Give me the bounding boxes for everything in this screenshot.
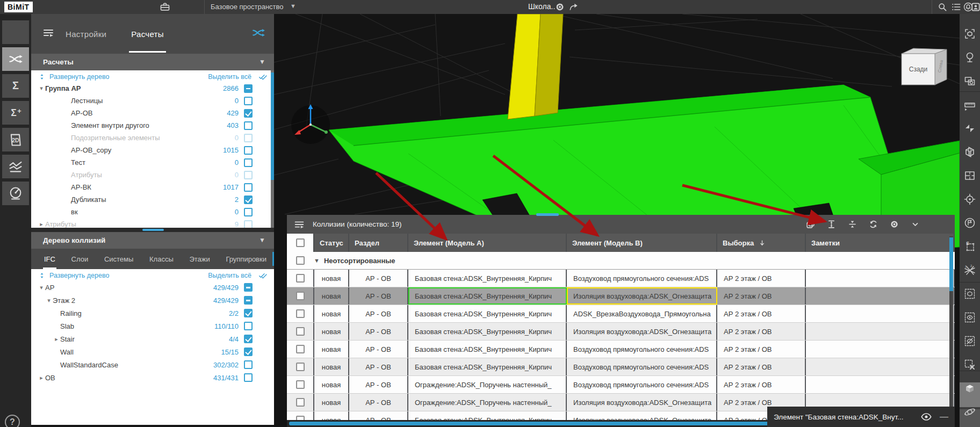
model-a-cell[interactable]: Базовая стена:ADSK_Внутренняя_Кирпич — [408, 305, 567, 322]
column-header-3[interactable]: Элемент (Модель A) — [408, 234, 567, 252]
row-checkbox[interactable] — [296, 292, 305, 300]
copy-icon[interactable] — [805, 219, 816, 229]
tree-item[interactable]: Элемент внутри другого403 — [31, 119, 274, 132]
tree-item-checkbox[interactable] — [244, 97, 253, 105]
model-b-cell[interactable]: Изоляция воздуховода:ADSK_Огнезащита — [567, 287, 717, 305]
collision-row[interactable]: новаяАР - ОВБазовая стена:ADSK_Внутрення… — [287, 305, 955, 323]
app-logo[interactable]: BiMiT — [4, 2, 33, 12]
list-icon[interactable] — [951, 2, 962, 12]
section-cell[interactable]: АР - ОВ — [349, 270, 408, 287]
model-b-cell[interactable]: Изоляция воздуховода:ADSK_Огнезащита — [567, 323, 717, 340]
notes-cell[interactable] — [806, 305, 955, 322]
tree-item[interactable]: АР-ВК1017 — [31, 181, 274, 193]
orbit-icon[interactable] — [963, 406, 976, 418]
clear-selection-icon[interactable] — [963, 358, 976, 371]
row-checkbox[interactable] — [296, 327, 305, 336]
tree-item[interactable]: ▾Группа АР2866 — [31, 82, 274, 95]
status-cell[interactable]: новая — [314, 411, 349, 420]
tree-item[interactable]: ▸ОВ431/431 — [31, 371, 274, 384]
model-b-cell[interactable]: Воздуховод прямоугольного сечения:ADS — [567, 341, 717, 358]
panel-menu-icon[interactable] — [42, 26, 55, 39]
selection-cell[interactable]: АР 2 этаж / ОВ — [717, 270, 806, 287]
tree-item-checkbox[interactable] — [244, 309, 253, 317]
rail-item-charts[interactable] — [2, 155, 29, 178]
select-all-checkbox[interactable] — [296, 238, 305, 247]
clash-shuffle-icon[interactable] — [250, 26, 266, 40]
status-cell[interactable]: новая — [314, 358, 349, 375]
row-checkbox[interactable] — [296, 363, 305, 371]
tree-item-checkbox[interactable] — [244, 171, 253, 179]
ruler-icon[interactable] — [963, 98, 976, 111]
tree-item[interactable]: Railing2/2 — [31, 307, 274, 320]
section-cell[interactable]: АР - ОВ — [349, 287, 408, 305]
tree-item[interactable]: вк0 — [31, 206, 274, 218]
section-cell[interactable]: АР - ОВ — [349, 305, 408, 322]
tab-Слои[interactable]: Слои — [70, 249, 90, 269]
nav-cube[interactable]: Сзади Слева — [902, 48, 947, 85]
expand-collapse-icon[interactable] — [39, 73, 45, 81]
status-cell[interactable]: новая — [314, 270, 349, 287]
tree-item-checkbox[interactable] — [244, 348, 253, 356]
cube-solid-icon[interactable] — [963, 382, 976, 395]
model-a-cell[interactable]: Базовая стена:ADSK_Внутренняя_Кирпич — [408, 270, 567, 287]
collision-tree-header[interactable]: Дерево коллизий ▼ — [31, 232, 274, 249]
collision-row[interactable]: новаяАР - ОВБазовая стена:ADSK_Внутрення… — [287, 323, 955, 341]
tree-item[interactable]: Wall15/15 — [31, 345, 274, 358]
tab-IFC[interactable]: IFC — [43, 249, 56, 269]
status-cell[interactable]: новая — [314, 341, 349, 358]
tab-Группировки[interactable]: Группировки — [225, 249, 268, 269]
tree-item[interactable]: АР-ОВ429 — [31, 107, 274, 119]
environment-tree-icon[interactable] — [963, 51, 976, 64]
selection-cell[interactable]: АР 2 этаж / ОВ — [717, 358, 806, 375]
tree-item-checkbox[interactable] — [244, 373, 253, 382]
collision-row[interactable]: новаяАР - ОВБазовая стена:ADSK_Внутрення… — [287, 358, 955, 376]
selection-cell[interactable]: АР 2 этаж / ОВ — [717, 323, 806, 340]
model-a-cell[interactable]: Ограждение:ADSK_Поручень настенный_ — [408, 376, 567, 393]
rail-item-clash-detection[interactable] — [2, 47, 29, 71]
tree-item[interactable]: АР-ОВ_copy1015 — [31, 144, 274, 156]
tab-Этажи[interactable]: Этажи — [188, 249, 211, 269]
gear-icon[interactable] — [554, 2, 565, 12]
tab-Настройки[interactable]: Настройки — [63, 16, 109, 53]
section-cell[interactable]: АР - ОВ — [349, 341, 408, 358]
expand-tree-link[interactable]: Развернуть дерево — [49, 272, 109, 279]
row-checkbox[interactable] — [296, 380, 305, 389]
selection-cell[interactable]: АР 2 этаж / ОВ — [717, 305, 806, 322]
model-b-cell[interactable]: Воздуховод прямоугольного сечения:ADS — [567, 358, 717, 375]
selection-cell[interactable]: АР 2 этаж / ОВ — [717, 376, 806, 393]
fit-height-icon[interactable] — [826, 219, 837, 229]
tab-Классы[interactable]: Классы — [148, 249, 175, 269]
status-cell[interactable]: новая — [314, 305, 349, 322]
isolate-selection-icon[interactable] — [963, 75, 976, 88]
collision-row[interactable]: новаяАР - ОВОграждение:ADSK_Поручень нас… — [287, 376, 955, 394]
rail-item-view-2d[interactable]: 2D — [2, 128, 29, 151]
eye-icon[interactable] — [920, 411, 932, 423]
double-check-icon[interactable] — [257, 271, 269, 280]
row-checkbox[interactable] — [296, 416, 305, 420]
section-box-icon[interactable] — [963, 146, 976, 158]
notes-cell[interactable] — [806, 341, 955, 358]
section-cell[interactable]: АР - ОВ — [349, 411, 408, 420]
tree-item[interactable]: ▸Stair4/4 — [31, 332, 274, 345]
rail-item-totals[interactable]: Σ — [2, 74, 29, 98]
tree-item-checkbox[interactable] — [244, 121, 253, 130]
expand-collapse-icon[interactable] — [39, 271, 45, 280]
tree-item[interactable]: ▸Атрибуты9 — [31, 218, 274, 228]
model-a-cell[interactable]: Базовая стена:ADSK_Внутренняя_Кирпич — [408, 411, 567, 420]
box-visibility-icon[interactable] — [963, 287, 976, 300]
tree-item[interactable]: Атрибуты0 — [31, 169, 274, 181]
panel-menu-icon[interactable] — [293, 219, 305, 230]
notes-cell[interactable] — [806, 376, 955, 393]
tree-item-checkbox[interactable] — [244, 335, 253, 343]
flag-icon[interactable] — [963, 216, 976, 229]
locate-icon[interactable] — [963, 193, 976, 206]
hide-elements-icon[interactable] — [963, 335, 976, 348]
sort-descending-icon[interactable] — [758, 239, 766, 247]
column-header-4[interactable]: Элемент (Модель B) — [567, 234, 717, 252]
row-checkbox[interactable] — [296, 345, 305, 353]
select-all-link[interactable]: Выделить всё — [208, 272, 251, 279]
tree-item-checkbox[interactable] — [244, 322, 253, 330]
collision-pair-icon[interactable]: 12 — [963, 264, 976, 277]
fit-view-icon[interactable] — [963, 27, 976, 40]
status-cell[interactable]: новая — [314, 394, 349, 411]
